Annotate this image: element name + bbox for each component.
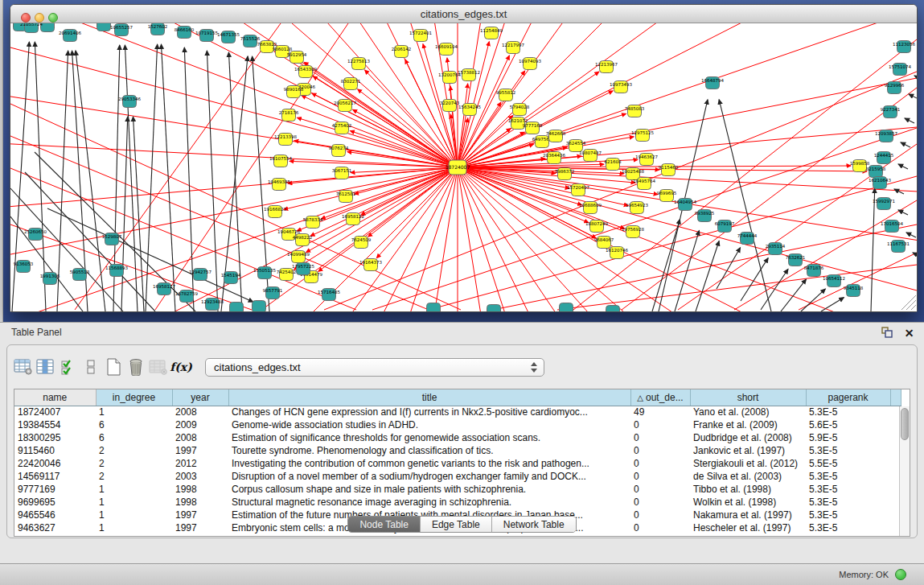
table-row[interactable]: 1938455462009Genome-wide association stu… bbox=[14, 418, 901, 431]
network-node[interactable] bbox=[427, 303, 441, 312]
column-chooser-icon[interactable] bbox=[35, 355, 57, 379]
table-cell[interactable]: 0 bbox=[630, 431, 690, 444]
table-cell[interactable]: 1998 bbox=[172, 483, 228, 496]
table-cell[interactable]: de Silva et al. (2003) bbox=[690, 470, 806, 483]
table-row[interactable]: 1872400712008Changes of HCN gene express… bbox=[14, 406, 901, 418]
table-cell[interactable]: Corpus callosum shape and size in male p… bbox=[228, 483, 630, 496]
table-cell[interactable]: 2 bbox=[96, 470, 172, 483]
float-panel-icon[interactable] bbox=[881, 326, 894, 340]
table-cell[interactable]: 2 bbox=[96, 457, 172, 470]
tab-edge-table[interactable]: Edge Table bbox=[421, 517, 492, 532]
table-cell[interactable]: 2012 bbox=[172, 457, 228, 470]
table-cell[interactable]: Disruption of a novel member of a sodium… bbox=[228, 470, 630, 483]
close-panel-icon[interactable]: ✕ bbox=[902, 326, 916, 340]
table-row[interactable]: 1456911722003Disruption of a novel membe… bbox=[14, 470, 901, 483]
table-cell[interactable]: 5.3E-5 bbox=[806, 496, 890, 509]
table-cell[interactable]: 5.3E-5 bbox=[806, 470, 890, 483]
table-cell[interactable]: Jankovic et al. (1997) bbox=[690, 444, 806, 457]
memory-status-dot[interactable] bbox=[895, 569, 906, 580]
column-header-year[interactable]: year bbox=[172, 389, 228, 406]
function-builder-icon[interactable]: f(x) bbox=[170, 355, 192, 379]
table-cell[interactable]: Estimation of significance thresholds fo… bbox=[228, 431, 630, 444]
network-node[interactable] bbox=[230, 303, 244, 312]
table-row[interactable]: 1830029562008Estimation of significance … bbox=[14, 431, 901, 444]
table-cell[interactable]: 18724007 bbox=[14, 406, 96, 418]
table-row[interactable]: 911546021997Tourette syndrome. Phenomeno… bbox=[14, 444, 901, 457]
table-cell[interactable]: Tibbo et al. (1998) bbox=[690, 483, 806, 496]
network-canvas[interactable]: 2105572420691406106552571527602846616010… bbox=[10, 23, 917, 311]
table-cell[interactable]: 1 bbox=[96, 496, 172, 509]
table-cell[interactable]: 1997 bbox=[172, 444, 228, 457]
table-cell[interactable]: 1 bbox=[96, 483, 172, 496]
network-node-label: 7632621 bbox=[786, 255, 806, 260]
table-cell[interactable]: 5.5E-5 bbox=[806, 457, 890, 470]
table-cell[interactable]: Tourette syndrome. Phenomenology and cla… bbox=[228, 444, 630, 457]
network-node[interactable] bbox=[253, 301, 266, 312]
table-cell[interactable]: Wolkin et al. (1998) bbox=[690, 496, 806, 509]
network-node[interactable] bbox=[560, 303, 573, 312]
table-cell[interactable]: 19384554 bbox=[14, 418, 96, 431]
tab-node-table[interactable]: Node Table bbox=[348, 517, 421, 532]
table-cell[interactable]: 2008 bbox=[172, 431, 228, 444]
table-cell[interactable]: 0 bbox=[630, 444, 690, 457]
table-row[interactable]: 2242004622012Investigating the contribut… bbox=[14, 457, 901, 470]
column-header-title[interactable]: title bbox=[228, 389, 630, 406]
network-node[interactable] bbox=[606, 306, 620, 312]
table-cell[interactable]: 6 bbox=[96, 418, 172, 431]
table-cell[interactable]: 9699695 bbox=[14, 496, 96, 509]
new-table-icon[interactable] bbox=[102, 355, 125, 379]
network-node[interactable] bbox=[487, 305, 501, 312]
table-cell[interactable]: 2 bbox=[96, 444, 172, 457]
column-header-name[interactable]: name bbox=[14, 389, 96, 406]
network-view-window[interactable]: citations_edges.txt 21055724206914061065… bbox=[10, 4, 918, 312]
delete-table-disabled-icon[interactable] bbox=[147, 355, 170, 379]
table-cell[interactable]: 14569117 bbox=[14, 470, 96, 483]
table-cell[interactable]: 5.6E-5 bbox=[806, 418, 890, 431]
table-cell[interactable]: Investigating the contribution of common… bbox=[228, 457, 630, 470]
table-cell[interactable]: 5.9E-5 bbox=[806, 431, 890, 444]
select-columns-icon[interactable] bbox=[57, 355, 80, 379]
table-cell[interactable]: Stergiakouli et al. (2012) bbox=[690, 457, 806, 470]
table-cell[interactable]: 5.3E-5 bbox=[806, 406, 890, 418]
table-cell[interactable]: Genome-wide association studies in ADHD. bbox=[228, 418, 630, 431]
table-cell[interactable]: 0 bbox=[630, 470, 690, 483]
table-cell[interactable]: 2008 bbox=[172, 406, 228, 418]
column-header-spacer[interactable] bbox=[890, 389, 901, 406]
table-settings-icon[interactable] bbox=[12, 355, 35, 379]
table-row[interactable]: 969969511998Structural magnetic resonanc… bbox=[14, 496, 901, 509]
table-cell[interactable]: Yano et al. (2008) bbox=[690, 406, 806, 418]
network-window-titlebar[interactable]: citations_edges.txt bbox=[10, 5, 917, 23]
table-cell[interactable]: Changes of HCN gene expression and I(f) … bbox=[228, 406, 630, 418]
table-cell[interactable]: 49 bbox=[630, 406, 690, 418]
delete-table-icon[interactable] bbox=[125, 355, 147, 379]
table-cell[interactable]: Structural magnetic resonance image aver… bbox=[228, 496, 630, 509]
table-cell[interactable]: Dudbridge et al. (2008) bbox=[690, 431, 806, 444]
table-cell[interactable]: 2009 bbox=[172, 418, 228, 431]
table-row[interactable]: 977716911998Corpus callosum shape and si… bbox=[14, 483, 901, 496]
table-cell[interactable]: 0 bbox=[630, 457, 690, 470]
table-cell[interactable]: 5.3E-5 bbox=[806, 444, 890, 457]
table-cell[interactable]: 1 bbox=[96, 406, 172, 418]
table-selector-dropdown[interactable]: citations_edges.txt bbox=[205, 358, 544, 377]
table-cell[interactable]: 1998 bbox=[172, 496, 228, 509]
table-cell[interactable]: 0 bbox=[630, 483, 690, 496]
column-header-in_degree[interactable]: in_degree bbox=[96, 389, 172, 406]
table-cell[interactable]: 6 bbox=[96, 431, 172, 444]
table-cell[interactable]: 5.3E-5 bbox=[806, 483, 890, 496]
column-header-short[interactable]: short bbox=[690, 389, 806, 406]
row-height-icon[interactable] bbox=[80, 355, 102, 379]
table-scrollbar-thumb[interactable] bbox=[901, 408, 909, 440]
table-cell[interactable]: 9115460 bbox=[14, 444, 96, 457]
table-cell[interactable]: 0 bbox=[630, 496, 690, 509]
network-node[interactable] bbox=[97, 23, 111, 31]
table-cell[interactable]: 9777169 bbox=[14, 483, 96, 496]
column-header-out_de...[interactable]: △out_de... bbox=[630, 389, 690, 406]
table-cell[interactable]: 2003 bbox=[172, 470, 228, 483]
column-header-pagerank[interactable]: pagerank bbox=[806, 389, 890, 406]
table-cell[interactable]: 22420046 bbox=[14, 457, 96, 470]
table-cell[interactable]: 18300295 bbox=[14, 431, 96, 444]
table-cell[interactable]: 0 bbox=[630, 418, 690, 431]
network-node[interactable] bbox=[41, 23, 55, 32]
tab-network-table[interactable]: Network Table bbox=[492, 517, 576, 532]
table-cell[interactable]: Franke et al. (2009) bbox=[690, 418, 806, 431]
